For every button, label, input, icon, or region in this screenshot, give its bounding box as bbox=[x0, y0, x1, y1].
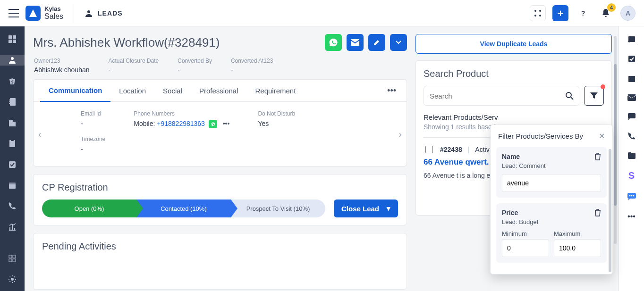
phone-label: Phone Numbers bbox=[134, 110, 229, 117]
nav-dashboard[interactable] bbox=[0, 34, 25, 44]
rail-chat[interactable] bbox=[627, 112, 636, 121]
details-next[interactable]: › bbox=[398, 129, 402, 140]
svg-point-28 bbox=[566, 92, 571, 98]
svg-rect-25 bbox=[13, 259, 16, 262]
result-status: Activ bbox=[475, 146, 489, 153]
tab-professional[interactable]: Professional bbox=[191, 80, 247, 101]
filter-price-delete[interactable] bbox=[594, 209, 601, 216]
lead-title: Mrs. Abhishek Workflow(#328491) bbox=[33, 35, 220, 50]
scrollbar[interactable] bbox=[614, 64, 617, 206]
stage-contacted[interactable]: Contacted (10%) bbox=[136, 200, 231, 217]
view-duplicate-leads-button[interactable]: View Duplicate Leads bbox=[415, 34, 612, 54]
dnd-value: Yes bbox=[258, 120, 295, 127]
product-search-input[interactable] bbox=[424, 86, 579, 106]
chevron-down-icon: ▾ bbox=[387, 204, 390, 213]
rail-call[interactable] bbox=[627, 132, 636, 141]
filter-block-name: Name Lead: Comment bbox=[496, 147, 607, 198]
filter-name-input[interactable] bbox=[502, 174, 601, 192]
convertedat-label: Converted At123 bbox=[231, 58, 273, 64]
left-nav: $ bbox=[0, 26, 25, 291]
nav-tasks[interactable] bbox=[0, 159, 25, 170]
apps-button[interactable] bbox=[530, 5, 546, 21]
timezone-value: - bbox=[81, 145, 105, 153]
more-actions-button[interactable] bbox=[390, 34, 407, 51]
nav-reports[interactable] bbox=[0, 222, 25, 232]
stage-open[interactable]: Open (0%) bbox=[42, 200, 136, 217]
tab-requirement[interactable]: Requirement bbox=[246, 80, 304, 101]
svg-rect-30 bbox=[628, 56, 635, 62]
notifications-button[interactable]: 4 bbox=[598, 5, 614, 21]
nav-leads[interactable] bbox=[0, 55, 25, 65]
cp-title: CP Registration bbox=[42, 182, 398, 193]
help-button[interactable]: ? bbox=[575, 5, 591, 21]
breadcrumb[interactable]: LEADS bbox=[85, 9, 122, 17]
phone-value: Mobile: +918822981363 ✆ ••• bbox=[134, 120, 229, 128]
svg-point-2 bbox=[539, 10, 541, 12]
nav-calls[interactable] bbox=[0, 201, 25, 211]
close-lead-button[interactable]: Close Lead ▾ bbox=[334, 200, 398, 217]
nav-settings[interactable] bbox=[0, 274, 25, 284]
timezone-label: Timezone bbox=[81, 136, 105, 142]
closure-value: - bbox=[109, 66, 159, 74]
filter-min-input[interactable] bbox=[502, 239, 549, 257]
nav-deals[interactable]: $ bbox=[0, 76, 25, 86]
phone-prefix: Mobile: bbox=[134, 120, 157, 127]
tab-location[interactable]: Location bbox=[110, 80, 154, 101]
svg-rect-15 bbox=[9, 120, 13, 126]
quick-add-button[interactable]: ＋ bbox=[552, 5, 568, 21]
menu-toggle[interactable] bbox=[8, 9, 19, 17]
email-button[interactable] bbox=[347, 34, 364, 51]
pending-title: Pending Activities bbox=[42, 241, 398, 252]
relevant-products-label: Relevant Products/Serv bbox=[424, 113, 604, 121]
popover-close[interactable]: ✕ bbox=[599, 132, 605, 141]
nav-contacts[interactable] bbox=[0, 97, 25, 107]
closure-label: Actual Closure Date bbox=[109, 58, 159, 64]
user-avatar[interactable]: A bbox=[620, 6, 636, 21]
svg-point-35 bbox=[629, 195, 630, 197]
tab-communication[interactable]: Communication bbox=[40, 80, 110, 102]
rail-s-app[interactable]: S bbox=[628, 170, 635, 181]
convertedby-value: - bbox=[178, 66, 212, 74]
phone-more[interactable]: ••• bbox=[223, 120, 230, 127]
details-card: Communication Location Social Profession… bbox=[33, 79, 407, 166]
filter-button[interactable] bbox=[584, 86, 604, 106]
svg-rect-18 bbox=[11, 140, 14, 141]
rail-more[interactable]: ••• bbox=[627, 212, 636, 221]
nav-company[interactable] bbox=[0, 117, 25, 128]
rail-calendar[interactable] bbox=[627, 75, 636, 83]
filter-block-price: Price Lead: Budget Minimum bbox=[496, 203, 607, 263]
brand-name: Kylas bbox=[44, 6, 63, 12]
pipeline: Open (0%) Contacted (10%) Prospect To Vi… bbox=[42, 200, 325, 217]
phone-number-link[interactable]: +918822981363 bbox=[157, 120, 205, 127]
svg-rect-19 bbox=[9, 161, 16, 168]
search-product-title: Search Product bbox=[424, 68, 604, 79]
rail-files[interactable] bbox=[627, 152, 636, 159]
result-checkbox[interactable] bbox=[425, 146, 433, 153]
nav-products[interactable] bbox=[0, 138, 25, 149]
details-prev[interactable]: ‹ bbox=[38, 129, 42, 140]
rail-notes[interactable] bbox=[627, 35, 636, 43]
svg-rect-13 bbox=[9, 101, 10, 102]
convertedby-label: Converted By bbox=[178, 58, 212, 64]
search-icon[interactable] bbox=[565, 91, 574, 100]
svg-point-9 bbox=[11, 57, 14, 60]
whatsapp-button[interactable] bbox=[325, 34, 342, 51]
svg-point-36 bbox=[631, 195, 632, 197]
nav-calendar[interactable] bbox=[0, 180, 25, 191]
rail-tasks[interactable] bbox=[627, 55, 636, 63]
svg-point-3 bbox=[534, 15, 536, 17]
filter-price-label: Price bbox=[502, 209, 518, 216]
tab-overflow[interactable]: ••• bbox=[383, 82, 400, 100]
filter-name-delete[interactable] bbox=[594, 153, 601, 160]
svg-rect-5 bbox=[8, 35, 12, 39]
filter-name-label: Name bbox=[502, 153, 520, 160]
filter-max-input[interactable] bbox=[554, 239, 601, 257]
stage-prospect[interactable]: Prospect To Visit (10%) bbox=[231, 200, 325, 217]
rail-messages[interactable] bbox=[627, 192, 636, 201]
nav-expand[interactable] bbox=[0, 253, 25, 264]
rail-email[interactable] bbox=[627, 94, 636, 101]
edit-button[interactable] bbox=[368, 34, 385, 51]
svg-rect-23 bbox=[13, 255, 16, 258]
svg-rect-22 bbox=[9, 255, 12, 258]
tab-social[interactable]: Social bbox=[154, 80, 191, 101]
